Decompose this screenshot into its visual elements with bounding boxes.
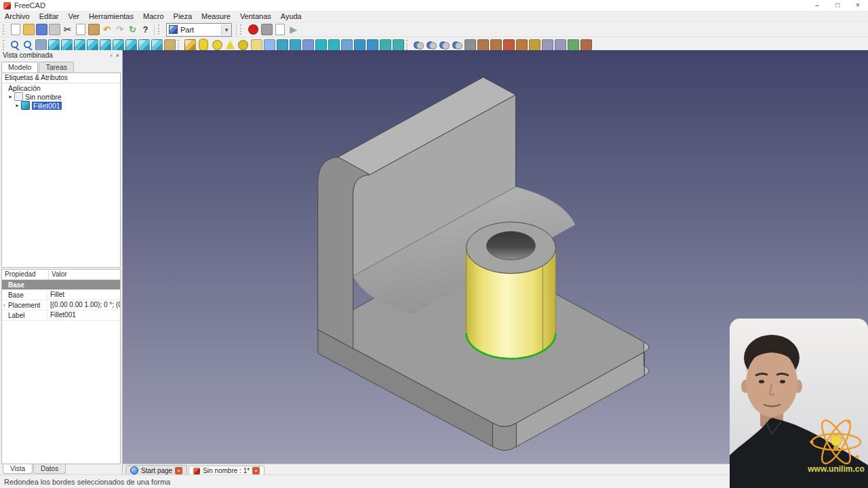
- toolbar-icon[interactable]: [22, 39, 34, 51]
- toolbar-icon[interactable]: [61, 39, 73, 51]
- dock-tab[interactable]: Tareas: [39, 62, 74, 73]
- toolbar-icon[interactable]: [138, 39, 150, 51]
- toolbar-icon[interactable]: [490, 39, 502, 51]
- toolbar-icon[interactable]: [380, 39, 391, 51]
- toolbar-icon[interactable]: [9, 39, 21, 51]
- toolbar-icon[interactable]: ↶: [101, 24, 113, 35]
- toolbar-grip[interactable]: [240, 24, 243, 35]
- menu-item[interactable]: Ver: [63, 12, 84, 22]
- toolbar-icon[interactable]: [529, 39, 540, 51]
- toolbar-icon[interactable]: [426, 39, 437, 51]
- toolbar-icon[interactable]: [542, 39, 553, 51]
- tree-item[interactable]: ▸ Sin nombre: [2, 92, 120, 101]
- toolbar-icon[interactable]: [151, 39, 163, 51]
- toolbar-icon[interactable]: [516, 39, 528, 51]
- property-value[interactable]: Fillet001: [47, 310, 120, 320]
- toolbar-icon[interactable]: ?: [140, 24, 151, 35]
- toolbar-icon[interactable]: [11, 24, 20, 35]
- property-row[interactable]: › Placement [(0.00 0.00 1.00); 0 °; (0 m…: [2, 300, 120, 310]
- workbench-selector[interactable]: Part ▾: [166, 23, 232, 37]
- menu-item[interactable]: Editar: [35, 12, 64, 22]
- toolbar-icon[interactable]: [580, 39, 592, 51]
- toolbar-icon[interactable]: [367, 39, 378, 51]
- toolbar-icon[interactable]: [261, 24, 273, 35]
- close-tab-icon[interactable]: ×: [252, 467, 260, 474]
- property-row[interactable]: Label Fillet001: [2, 310, 120, 321]
- panel-bottom-tab[interactable]: Datos: [33, 464, 66, 474]
- toolbar-icon[interactable]: [328, 39, 340, 51]
- toolbar-grip[interactable]: [178, 40, 181, 50]
- toolbar-icon[interactable]: [341, 39, 353, 51]
- menu-item[interactable]: Measure: [197, 12, 235, 22]
- toolbar-icon[interactable]: [251, 39, 262, 51]
- toolbar-icon[interactable]: [199, 39, 208, 51]
- toolbar-icon[interactable]: [125, 39, 137, 51]
- toolbar-icon[interactable]: [452, 39, 463, 51]
- toolbar-icon[interactable]: [36, 24, 47, 35]
- toolbar-icon[interactable]: [225, 40, 235, 50]
- toolbar-icon[interactable]: [465, 39, 476, 51]
- toolbar-icon[interactable]: [275, 24, 285, 35]
- toolbar-icon[interactable]: [35, 39, 47, 51]
- toolbar-icon[interactable]: [413, 39, 425, 51]
- toolbar-icon[interactable]: [184, 39, 196, 51]
- maximize-button[interactable]: □: [827, 0, 848, 11]
- toolbar-icon[interactable]: [74, 39, 85, 51]
- toolbar-icon[interactable]: [503, 39, 515, 51]
- dock-close-icon[interactable]: ×: [116, 52, 119, 59]
- document-tab[interactable]: Start page ×: [125, 465, 187, 475]
- toolbar-icon[interactable]: [277, 39, 288, 51]
- close-tab-icon[interactable]: ×: [175, 467, 182, 474]
- toolbar-icon[interactable]: [248, 24, 258, 35]
- document-tab[interactable]: Sin nombre : 1* ×: [189, 466, 264, 475]
- toolbar-icon[interactable]: ▶: [288, 24, 299, 35]
- toolbar-icon[interactable]: [49, 24, 60, 35]
- toolbar-icon[interactable]: [88, 24, 100, 35]
- property-value[interactable]: Fillet: [47, 290, 120, 300]
- toolbar-icon[interactable]: [354, 39, 366, 51]
- caret-icon[interactable]: ▸: [14, 102, 20, 108]
- toolbar-icon[interactable]: [568, 39, 579, 51]
- toolbar-icon[interactable]: [477, 39, 489, 51]
- toolbar-icon[interactable]: [290, 39, 301, 51]
- menu-item[interactable]: Ayuda: [276, 12, 307, 22]
- expand-icon[interactable]: ›: [3, 302, 8, 308]
- menu-item[interactable]: Herramientas: [84, 12, 138, 22]
- toolbar-icon[interactable]: [23, 24, 35, 35]
- toolbar-icon[interactable]: [76, 24, 85, 35]
- toolbar-icon[interactable]: ↻: [127, 24, 138, 35]
- menu-item[interactable]: Macro: [138, 12, 169, 22]
- dock-float-icon[interactable]: ▫: [111, 52, 113, 59]
- toolbar-icon[interactable]: [238, 40, 248, 50]
- toolbar-icon[interactable]: [393, 39, 404, 51]
- menu-item[interactable]: Ventanas: [235, 12, 276, 22]
- property-row[interactable]: Base Fillet: [2, 290, 120, 300]
- property-value[interactable]: [(0.00 0.00 1.00); 0 °; (0 m...: [47, 300, 120, 310]
- toolbar-grip[interactable]: [3, 24, 6, 35]
- dock-header[interactable]: Vista combinada ▫ ×: [0, 50, 122, 60]
- tree-item[interactable]: ▸ Fillet001: [2, 101, 120, 110]
- chevron-down-icon[interactable]: ▾: [221, 24, 231, 35]
- property-row[interactable]: Base: [2, 280, 120, 290]
- toolbar-grip[interactable]: [406, 40, 410, 50]
- toolbar-icon[interactable]: [302, 39, 314, 51]
- toolbar-icon[interactable]: [87, 39, 98, 51]
- menu-item[interactable]: Archivo: [0, 12, 35, 22]
- toolbar-icon[interactable]: ↷: [114, 24, 125, 35]
- toolbar-icon[interactable]: [212, 40, 222, 50]
- dock-tab[interactable]: Modelo: [1, 62, 38, 73]
- tree-item[interactable]: Aplicación: [2, 83, 120, 92]
- toolbar-icon[interactable]: [48, 39, 60, 51]
- toolbar-icon[interactable]: [100, 39, 111, 51]
- toolbar-grip[interactable]: [3, 40, 6, 50]
- toolbar-icon[interactable]: ✂: [62, 24, 73, 35]
- toolbar-icon[interactable]: [264, 39, 275, 51]
- toolbar-icon[interactable]: [555, 39, 566, 51]
- close-button[interactable]: ×: [848, 0, 868, 11]
- toolbar-icon[interactable]: [439, 39, 450, 51]
- caret-icon[interactable]: ▸: [7, 94, 14, 100]
- property-value[interactable]: [24, 280, 120, 289]
- toolbar-icon[interactable]: [315, 39, 327, 51]
- menu-item[interactable]: Pieza: [169, 12, 197, 22]
- panel-bottom-tab[interactable]: Vista: [3, 464, 33, 474]
